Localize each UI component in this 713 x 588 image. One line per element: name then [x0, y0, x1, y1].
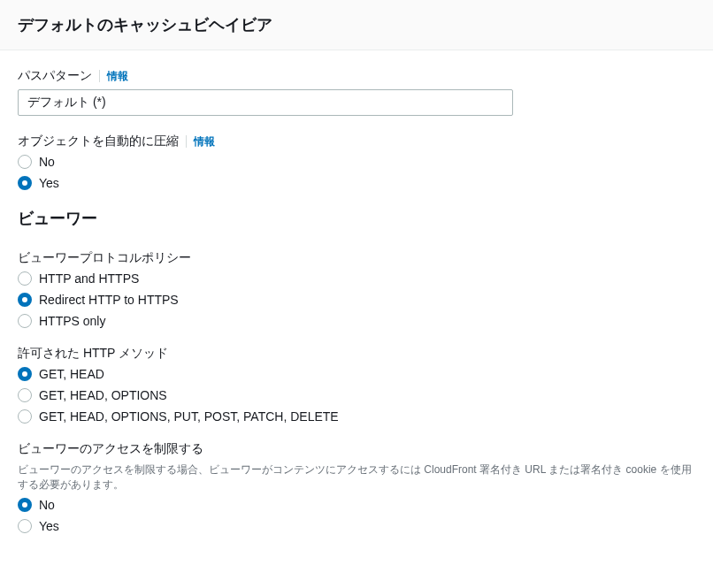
radio-icon — [18, 367, 32, 381]
http-methods-radio-all[interactable]: GET, HEAD, OPTIONS, PUT, POST, PATCH, DE… — [18, 409, 695, 424]
restrict-access-radio-group: No Yes — [18, 498, 695, 533]
divider — [186, 135, 187, 148]
restrict-access-field: ビューワーのアクセスを制限する ビューワーのアクセスを制限する場合、ビューワーが… — [18, 441, 695, 533]
compress-label-row: オブジェクトを自動的に圧縮 情報 — [18, 134, 695, 149]
protocol-policy-label: ビューワープロトコルポリシー — [18, 250, 191, 266]
restrict-access-radio-no[interactable]: No — [18, 498, 695, 512]
radio-icon — [18, 271, 32, 286]
radio-icon — [18, 409, 32, 424]
protocol-radio-https-only[interactable]: HTTPS only — [18, 314, 695, 328]
protocol-policy-radio-group: HTTP and HTTPS Redirect HTTP to HTTPS HT… — [18, 271, 695, 328]
compress-info-link[interactable]: 情報 — [194, 134, 215, 149]
path-pattern-input[interactable] — [18, 89, 513, 116]
panel-title: デフォルトのキャッシュビヘイビア — [18, 14, 695, 35]
radio-icon — [18, 155, 32, 169]
compress-no-label: No — [39, 155, 55, 169]
http-methods-get-head-label: GET, HEAD — [39, 367, 104, 381]
http-methods-radio-group: GET, HEAD GET, HEAD, OPTIONS GET, HEAD, … — [18, 367, 695, 424]
restrict-access-radio-yes[interactable]: Yes — [18, 519, 695, 533]
http-methods-radio-get-head-options[interactable]: GET, HEAD, OPTIONS — [18, 388, 695, 402]
protocol-radio-redirect[interactable]: Redirect HTTP to HTTPS — [18, 293, 695, 307]
path-pattern-field: パスパターン 情報 — [18, 68, 695, 116]
protocol-http-and-https-label: HTTP and HTTPS — [39, 271, 139, 286]
radio-icon — [18, 388, 32, 402]
viewer-section-title: ビューワー — [18, 208, 695, 229]
restrict-access-no-label: No — [39, 498, 55, 512]
radio-icon — [18, 498, 32, 512]
http-methods-field: 許可された HTTP メソッド GET, HEAD GET, HEAD, OPT… — [18, 346, 695, 424]
compress-radio-yes[interactable]: Yes — [18, 176, 695, 190]
protocol-policy-label-row: ビューワープロトコルポリシー — [18, 250, 695, 266]
restrict-access-label-row: ビューワーのアクセスを制限する — [18, 441, 695, 457]
radio-icon — [18, 519, 32, 533]
http-methods-label-row: 許可された HTTP メソッド — [18, 346, 695, 362]
path-pattern-label-row: パスパターン 情報 — [18, 68, 695, 84]
protocol-radio-http-and-https[interactable]: HTTP and HTTPS — [18, 271, 695, 286]
protocol-redirect-label: Redirect HTTP to HTTPS — [39, 293, 179, 307]
http-methods-get-head-options-label: GET, HEAD, OPTIONS — [39, 388, 167, 402]
protocol-policy-field: ビューワープロトコルポリシー HTTP and HTTPS Redirect H… — [18, 250, 695, 328]
panel-header: デフォルトのキャッシュビヘイビア — [0, 0, 713, 50]
http-methods-label: 許可された HTTP メソッド — [18, 346, 168, 362]
http-methods-radio-get-head[interactable]: GET, HEAD — [18, 367, 695, 381]
panel-body: パスパターン 情報 オブジェクトを自動的に圧縮 情報 No Yes ビューワー — [0, 50, 713, 569]
radio-icon — [18, 314, 32, 328]
radio-icon — [18, 176, 32, 190]
restrict-access-yes-label: Yes — [39, 519, 59, 533]
protocol-https-only-label: HTTPS only — [39, 314, 105, 328]
restrict-access-help-text: ビューワーのアクセスを制限する場合、ビューワーがコンテンツにアクセスするには C… — [18, 462, 695, 493]
compress-field: オブジェクトを自動的に圧縮 情報 No Yes — [18, 134, 695, 190]
compress-yes-label: Yes — [39, 176, 59, 190]
path-pattern-info-link[interactable]: 情報 — [107, 69, 128, 84]
radio-icon — [18, 293, 32, 307]
compress-label: オブジェクトを自動的に圧縮 — [18, 134, 179, 149]
restrict-access-label: ビューワーのアクセスを制限する — [18, 441, 203, 457]
http-methods-all-label: GET, HEAD, OPTIONS, PUT, POST, PATCH, DE… — [39, 409, 339, 424]
compress-radio-group: No Yes — [18, 155, 695, 190]
divider — [99, 70, 100, 82]
path-pattern-label: パスパターン — [18, 68, 92, 84]
compress-radio-no[interactable]: No — [18, 155, 695, 169]
